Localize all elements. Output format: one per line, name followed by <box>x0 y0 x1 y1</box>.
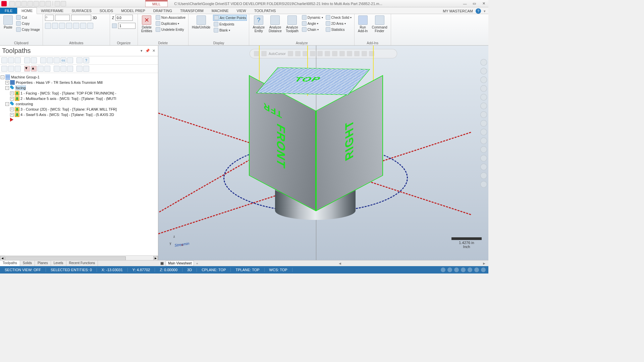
collapse-icon[interactable]: − <box>5 86 9 90</box>
tool-icon[interactable] <box>54 66 60 72</box>
tool-icon[interactable] <box>40 57 46 63</box>
status-icon[interactable] <box>441 267 445 272</box>
tool-icon[interactable] <box>83 66 89 72</box>
attr-icon[interactable] <box>73 23 79 29</box>
tool-icon[interactable] <box>15 57 21 63</box>
status-icon[interactable] <box>481 267 486 272</box>
tree-op-4[interactable]: +4 - Swarf 5 Axis - [WCS: Top] - [Tplane… <box>1 112 157 117</box>
minimize-icon[interactable]: — <box>460 0 470 7</box>
status-section-view[interactable]: SECTION VIEW: OFF <box>0 268 46 272</box>
z-input[interactable] <box>115 15 133 21</box>
delete-entities-button[interactable]: ✕Delete Entities <box>140 15 154 34</box>
line-weight-select[interactable] <box>71 15 91 21</box>
tool-icon[interactable] <box>8 57 14 63</box>
tool-icon[interactable] <box>38 66 44 72</box>
tool-icon[interactable] <box>67 57 73 63</box>
analyze-toolpath-button[interactable]: Analyze Toolpath <box>284 15 300 34</box>
qat-btn-icon[interactable] <box>40 1 45 6</box>
tool-icon[interactable] <box>15 66 21 72</box>
tab-drafting[interactable]: DRAFTING <box>149 8 176 14</box>
maximize-icon[interactable]: ▭ <box>470 0 479 7</box>
file-tab[interactable]: FILE <box>0 8 17 14</box>
vs-next-icon[interactable]: ▶ <box>482 262 486 265</box>
tool-icon[interactable]: ▼ <box>24 66 30 72</box>
attr-icon[interactable] <box>59 23 65 29</box>
status-icon[interactable] <box>474 267 479 272</box>
qat-save-icon[interactable] <box>21 1 27 6</box>
tool-icon[interactable] <box>31 57 37 63</box>
tool-icon[interactable] <box>76 66 83 72</box>
help-icon[interactable]: ? <box>476 8 481 14</box>
tab-toolpaths[interactable]: TOOLPATHS <box>250 8 280 14</box>
ribbon-collapse-icon[interactable]: ▾ <box>484 9 486 13</box>
angle-button[interactable]: Angle▾ <box>301 21 324 26</box>
tree-group-contouring[interactable]: −contouring <box>1 101 157 107</box>
panel-menu-icon[interactable]: ▾ <box>139 49 144 53</box>
tree-op-1[interactable]: +1 - Facing - [WCS: Top] - [Tplane: TOP … <box>1 90 157 96</box>
viewport[interactable]: AutoCursor TFR FRONT RIGHT TOP <box>158 46 488 261</box>
expand-icon[interactable]: + <box>10 113 14 117</box>
expand-icon[interactable]: + <box>10 97 14 101</box>
tree-op-2[interactable]: +2 - Multisurface 5 axis - [WCS: Top] - … <box>1 96 157 101</box>
tool-icon[interactable] <box>1 57 7 63</box>
attr-icon[interactable] <box>80 23 86 29</box>
status-icon[interactable] <box>447 267 452 272</box>
tab-solids[interactable]: SOLIDS <box>96 8 117 14</box>
expand-icon[interactable]: + <box>5 81 9 84</box>
tab-machine[interactable]: MACHINE <box>208 8 233 14</box>
scroll-thumb[interactable] <box>5 256 126 260</box>
status-cplane[interactable]: CPLANE: TOP <box>197 268 231 272</box>
tool-icon[interactable] <box>67 66 73 72</box>
context-tab-mill[interactable]: MILL <box>145 0 167 7</box>
non-associative-button[interactable]: Non-Associative <box>155 15 186 20</box>
line-style-select[interactable] <box>55 15 70 21</box>
tree-group-facing[interactable]: −facing <box>1 85 157 90</box>
qat-redo-icon[interactable] <box>61 1 66 6</box>
tab-surfaces[interactable]: SURFACES <box>67 8 95 14</box>
run-addin-button[interactable]: Run Add-In <box>357 15 369 34</box>
tree-op-3[interactable]: +3 - Contour (2D) - [WCS: Top] - [Tplane… <box>1 107 157 112</box>
tool-icon[interactable] <box>54 57 60 63</box>
qat-print-icon[interactable] <box>34 1 39 6</box>
tool-g1-icon[interactable]: G1 <box>60 57 66 63</box>
vs-prev-icon[interactable]: ◀ <box>338 262 342 265</box>
status-wcs[interactable]: WCS: TOP <box>265 268 292 272</box>
tab-transform[interactable]: TRANSFORM <box>176 8 208 14</box>
close-icon[interactable]: ✕ <box>479 0 488 7</box>
toolpath-tree[interactable]: −Machine Group-1 +Properties - Haas VF -… <box>0 73 158 255</box>
blank-button[interactable]: Blank▾ <box>213 27 247 33</box>
tab-home[interactable]: HOME <box>17 7 37 14</box>
statistics-button[interactable]: Statistics <box>325 27 352 32</box>
tool-icon[interactable] <box>47 57 53 63</box>
tab-model-prep[interactable]: MODEL PREP <box>117 8 149 14</box>
viewsheet-main[interactable]: Main Viewsheet <box>166 260 194 266</box>
tab-wireframe[interactable]: WIREFRAME <box>37 8 67 14</box>
tool-icon[interactable] <box>24 57 30 63</box>
panel-tab-levels[interactable]: Levels <box>51 260 66 266</box>
2d-area-button[interactable]: 2D Area▾ <box>325 21 352 26</box>
tool-icon[interactable] <box>76 57 83 63</box>
qat-open-icon[interactable] <box>15 1 21 6</box>
check-solid-button[interactable]: Check Solid▾ <box>325 15 352 20</box>
copy-button[interactable]: Copy <box>15 21 41 26</box>
tab-view[interactable]: VIEW <box>233 8 250 14</box>
tool-icon[interactable]: ▲ <box>31 66 37 72</box>
tool-icon[interactable] <box>8 66 14 72</box>
attr-color-icon[interactable] <box>45 23 51 29</box>
my-mastercam-link[interactable]: MY MASTERCAM <box>443 9 473 13</box>
panel-tab-toolpaths[interactable]: Toolpaths <box>0 260 20 266</box>
command-finder-button[interactable]: Command Finder <box>370 15 388 34</box>
point-style-select[interactable]: ○ <box>45 15 54 21</box>
status-icon[interactable] <box>454 267 459 272</box>
status-icon[interactable] <box>468 267 472 272</box>
undelete-button[interactable]: Undelete Entity <box>155 27 186 32</box>
collapse-icon[interactable]: − <box>5 102 9 106</box>
qat-btn-icon[interactable] <box>46 1 51 6</box>
cut-button[interactable]: Cut <box>15 15 41 20</box>
copy-image-button[interactable]: Copy Image <box>15 27 41 32</box>
collapse-icon[interactable]: − <box>1 75 4 79</box>
attr-icon[interactable] <box>87 23 93 29</box>
hide-unhide-button[interactable]: Hide/Unhide <box>191 15 212 30</box>
qat-saveas-icon[interactable] <box>28 1 33 6</box>
status-mode[interactable]: 3D <box>182 268 197 272</box>
